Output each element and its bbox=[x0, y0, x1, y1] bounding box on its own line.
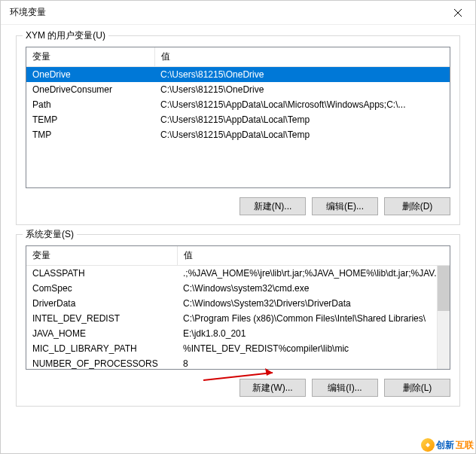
user-vars-table-wrap[interactable]: 变量 值 OneDriveC:\Users\81215\OneDriveOneD… bbox=[26, 47, 450, 188]
table-row[interactable]: PathC:\Users\81215\AppData\Local\Microso… bbox=[26, 97, 450, 112]
cell-var: OneDriveConsumer bbox=[26, 82, 154, 97]
table-row[interactable]: DriverDataC:\Windows\System32\Drivers\Dr… bbox=[26, 296, 450, 311]
cell-val: 8 bbox=[177, 356, 450, 370]
table-row[interactable]: JAVA_HOMEE:\jdk1.8.0_201 bbox=[26, 326, 450, 341]
sys-col-var[interactable]: 变量 bbox=[26, 246, 177, 266]
cell-val: .;%JAVA_HOME%\jre\lib\rt.jar;%JAVA_HOME%… bbox=[177, 266, 450, 282]
cell-var: DriverData bbox=[26, 296, 177, 311]
table-row[interactable]: OneDriveC:\Users\81215\OneDrive bbox=[26, 67, 450, 83]
cell-val: C:\Users\81215\AppData\Local\Temp bbox=[154, 112, 450, 127]
cell-val: E:\jdk1.8.0_201 bbox=[177, 326, 450, 341]
cell-var: OneDrive bbox=[26, 67, 154, 83]
cell-var: CLASSPATH bbox=[26, 266, 177, 282]
cell-val: C:\Windows\System32\Drivers\DriverData bbox=[177, 296, 450, 311]
cell-var: JAVA_HOME bbox=[26, 326, 177, 341]
user-btn-row: 新建(N)... 编辑(E)... 删除(D) bbox=[26, 197, 450, 215]
table-row[interactable]: ComSpecC:\Windows\system32\cmd.exe bbox=[26, 281, 450, 296]
sys-col-val[interactable]: 值 bbox=[177, 246, 450, 266]
sys-scrollbar[interactable] bbox=[437, 266, 450, 369]
close-icon bbox=[454, 9, 462, 17]
cell-val: C:\Users\81215\OneDrive bbox=[154, 82, 450, 97]
cell-val: %INTEL_DEV_REDIST%compiler\lib\mic bbox=[177, 341, 450, 356]
user-vars-table: 变量 值 OneDriveC:\Users\81215\OneDriveOneD… bbox=[26, 47, 450, 142]
table-row[interactable]: INTEL_DEV_REDISTC:\Program Files (x86)\C… bbox=[26, 311, 450, 326]
cell-val: C:\Users\81215\AppData\Local\Temp bbox=[154, 127, 450, 142]
table-row[interactable]: TMPC:\Users\81215\AppData\Local\Temp bbox=[26, 127, 450, 142]
table-row[interactable]: TEMPC:\Users\81215\AppData\Local\Temp bbox=[26, 112, 450, 127]
watermark-text-2: 互联 bbox=[456, 439, 474, 452]
scroll-thumb[interactable] bbox=[438, 266, 450, 311]
sys-vars-label: 系统变量(S) bbox=[23, 228, 77, 241]
table-row[interactable]: CLASSPATH.;%JAVA_HOME%\jre\lib\rt.jar;%J… bbox=[26, 266, 450, 282]
cell-val: C:\Users\81215\OneDrive bbox=[154, 67, 450, 83]
cell-var: TMP bbox=[26, 127, 154, 142]
window-title: 环境变量 bbox=[10, 6, 46, 19]
user-vars-label: XYM 的用户变量(U) bbox=[23, 29, 108, 42]
watermark-icon bbox=[421, 438, 435, 452]
cell-val: C:\Windows\system32\cmd.exe bbox=[177, 281, 450, 296]
user-vars-group: XYM 的用户变量(U) 变量 值 OneDriveC:\Users\81215… bbox=[16, 35, 460, 225]
user-new-button[interactable]: 新建(N)... bbox=[240, 197, 306, 215]
table-row[interactable]: OneDriveConsumerC:\Users\81215\OneDrive bbox=[26, 82, 450, 97]
titlebar: 环境变量 bbox=[1, 1, 475, 25]
cell-val: C:\Program Files (x86)\Common Files\Inte… bbox=[177, 311, 450, 326]
sys-delete-button[interactable]: 删除(L) bbox=[384, 379, 450, 397]
sys-btn-row: 新建(W)... 编辑(I)... 删除(L) bbox=[26, 379, 450, 397]
sys-vars-group: 系统变量(S) 变量 值 CLASSPATH.;%JAVA_HOME%\jre\… bbox=[16, 234, 460, 407]
close-button[interactable] bbox=[441, 1, 475, 25]
cell-var: MIC_LD_LIBRARY_PATH bbox=[26, 341, 177, 356]
sys-vars-table: 变量 值 CLASSPATH.;%JAVA_HOME%\jre\lib\rt.j… bbox=[26, 246, 450, 370]
user-col-var[interactable]: 变量 bbox=[26, 47, 154, 67]
user-edit-button[interactable]: 编辑(E)... bbox=[312, 197, 378, 215]
cell-var: Path bbox=[26, 97, 154, 112]
watermark: 创新互联 bbox=[421, 438, 474, 452]
table-row[interactable]: MIC_LD_LIBRARY_PATH%INTEL_DEV_REDIST%com… bbox=[26, 341, 450, 356]
sys-edit-button[interactable]: 编辑(I)... bbox=[312, 379, 378, 397]
cell-var: TEMP bbox=[26, 112, 154, 127]
sys-new-button[interactable]: 新建(W)... bbox=[240, 379, 306, 397]
cell-var: ComSpec bbox=[26, 281, 177, 296]
sys-vars-table-wrap[interactable]: 变量 值 CLASSPATH.;%JAVA_HOME%\jre\lib\rt.j… bbox=[26, 245, 450, 370]
table-row[interactable]: NUMBER_OF_PROCESSORS8 bbox=[26, 356, 450, 370]
cell-var: NUMBER_OF_PROCESSORS bbox=[26, 356, 177, 370]
watermark-text-1: 创新 bbox=[436, 439, 454, 452]
cell-val: C:\Users\81215\AppData\Local\Microsoft\W… bbox=[154, 97, 450, 112]
env-vars-dialog: 环境变量 XYM 的用户变量(U) 变量 值 OneDriveC:\Users\… bbox=[0, 0, 476, 454]
dialog-content: XYM 的用户变量(U) 变量 值 OneDriveC:\Users\81215… bbox=[1, 25, 475, 453]
user-col-val[interactable]: 值 bbox=[154, 47, 450, 67]
cell-var: INTEL_DEV_REDIST bbox=[26, 311, 177, 326]
user-delete-button[interactable]: 删除(D) bbox=[384, 197, 450, 215]
